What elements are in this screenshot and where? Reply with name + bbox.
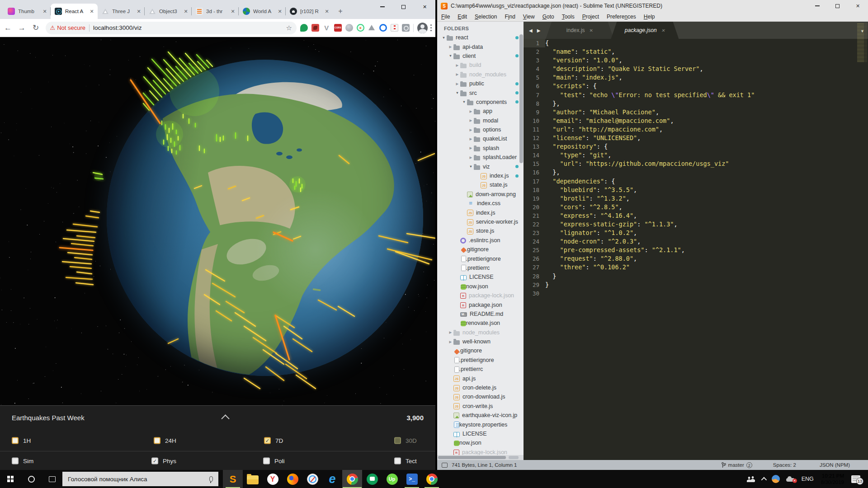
checkbox-tect[interactable] xyxy=(394,457,401,464)
taskbar-app-upwork[interactable]: Up xyxy=(382,470,402,488)
tab-close-icon[interactable]: ✕ xyxy=(136,8,142,14)
collapse-arrow-icon[interactable]: ▶ xyxy=(468,109,474,113)
browser-tab-world-a[interactable]: World A✕ xyxy=(239,4,286,19)
browser-tab-thumb[interactable]: Thumb✕ xyxy=(4,4,51,19)
menu-tools[interactable]: Tools xyxy=(562,14,575,20)
taskbar-clock[interactable]: 10:21 PM 8/30/2019 xyxy=(817,473,848,485)
editor-tab-index-js[interactable]: index.js✕ xyxy=(546,22,613,39)
checkbox-7d[interactable]: ✓ xyxy=(264,437,271,444)
earthquake-globe-viewport[interactable] xyxy=(0,37,435,405)
tree-item-index-js[interactable]: JSindex.js xyxy=(437,171,524,180)
collapse-arrow-icon[interactable]: ▶ xyxy=(448,330,453,334)
tree-item-readme-md[interactable]: M↓README.md xyxy=(437,310,524,319)
collapse-arrow-icon[interactable]: ▶ xyxy=(454,72,460,76)
tree-item--eslintrc-json[interactable]: .eslintrc.json xyxy=(437,236,524,245)
tree-item-index-css[interactable]: ≡index.css xyxy=(437,199,524,208)
tab-scroll-left-icon[interactable]: ◀ xyxy=(529,28,533,33)
extension-cors-icon[interactable]: CORS xyxy=(334,24,342,32)
tree-item-package-json[interactable]: npackage.json xyxy=(437,300,524,309)
checkbox-30d[interactable] xyxy=(394,437,401,444)
tree-item-quakelist[interactable]: ▶quakeList xyxy=(437,134,524,143)
code-editor-area[interactable]: 1{2 "name": "static",3 "version": "1.0.0… xyxy=(524,39,868,460)
taskbar-search-input[interactable]: Голосовой помощник Алиса xyxy=(62,472,218,486)
microphone-icon[interactable] xyxy=(209,476,213,482)
tree-item-well-known[interactable]: ▶well-known xyxy=(437,337,524,346)
tree-item-state-js[interactable]: JSstate.js xyxy=(437,180,524,189)
taskbar-app-chrome2[interactable] xyxy=(422,470,442,488)
tree-item-node-modules[interactable]: ▶node_modules xyxy=(437,70,524,79)
tree-item-splashloader[interactable]: ▶splashLoader xyxy=(437,153,524,162)
minimap[interactable] xyxy=(857,23,867,62)
url-text[interactable]: localhost:3000/viz xyxy=(93,24,283,31)
checkbox-phys[interactable]: ✓ xyxy=(151,457,158,464)
sublime-minimize-button[interactable] xyxy=(807,0,827,12)
extension-lighthouse-icon[interactable] xyxy=(391,24,398,32)
tree-item-node-modules[interactable]: ▶node_modules xyxy=(437,328,524,337)
language-indicator[interactable]: ENG xyxy=(798,470,817,488)
collapse-arrow-icon[interactable]: ▶ xyxy=(468,155,474,160)
tree-item-index-js[interactable]: JSindex.js xyxy=(437,208,524,217)
tree-item-api-data[interactable]: ▶api-data xyxy=(437,42,524,51)
collapse-arrow-icon[interactable]: ▶ xyxy=(468,128,474,132)
onedrive-tray-button[interactable] xyxy=(769,470,783,488)
tree-item--gitignore[interactable]: .gitignore xyxy=(437,346,524,355)
browser-menu-button[interactable] xyxy=(430,24,432,31)
collapse-arrow-icon[interactable]: ▶ xyxy=(454,82,460,86)
tree-item-package-lock-json[interactable]: npackage-lock.json xyxy=(437,291,524,300)
expand-arrow-icon[interactable]: ▼ xyxy=(454,91,460,95)
sublime-close-button[interactable]: ✕ xyxy=(848,0,868,12)
browser-tab--r102-r[interactable]: [r102] R✕ xyxy=(286,4,333,19)
collapse-arrow-icon[interactable]: ▶ xyxy=(468,146,474,150)
menu-edit[interactable]: Edit xyxy=(458,14,467,20)
sublime-maximize-button[interactable] xyxy=(827,0,848,12)
collapse-chevron-icon[interactable] xyxy=(221,414,229,422)
collapse-arrow-icon[interactable]: ▶ xyxy=(468,118,474,122)
menu-project[interactable]: Project xyxy=(582,14,599,20)
tab-close-icon[interactable]: ✕ xyxy=(277,8,283,14)
menu-find[interactable]: Find xyxy=(505,14,515,20)
browser-tab-react-a[interactable]: React A✕ xyxy=(51,4,98,19)
taskbar-app-explorer[interactable] xyxy=(243,470,263,488)
collapse-arrow-icon[interactable]: ▶ xyxy=(448,45,453,49)
tree-item-keystore-properties[interactable]: keystore.properties xyxy=(437,420,524,429)
taskbar-app-yandex[interactable]: Y xyxy=(263,470,283,488)
sidebar-vertical-scrollbar[interactable] xyxy=(519,34,523,163)
tree-item-react[interactable]: ▼react xyxy=(437,33,524,42)
menu-help[interactable]: Help xyxy=(644,14,655,20)
status-panel-icon[interactable] xyxy=(442,463,448,468)
tree-item--gitignore[interactable]: .gitignore xyxy=(437,245,524,254)
tree-item-cron-write-js[interactable]: JScron-write.js xyxy=(437,402,524,411)
tree-item-splash[interactable]: ▶splash xyxy=(437,144,524,153)
start-button[interactable] xyxy=(0,470,21,488)
tree-item-viz[interactable]: ▼viz xyxy=(437,162,524,171)
menu-selection[interactable]: Selection xyxy=(475,14,497,20)
taskbar-app-safari[interactable] xyxy=(302,470,322,488)
menu-file[interactable]: File xyxy=(441,14,450,20)
tree-item-renovate-json[interactable]: renovate.json xyxy=(437,319,524,328)
menu-view[interactable]: View xyxy=(523,14,535,20)
taskbar-app-hangouts[interactable] xyxy=(362,470,382,488)
tab-close-icon[interactable]: ✕ xyxy=(324,8,330,14)
profile-avatar[interactable] xyxy=(417,23,428,33)
maximize-button[interactable] xyxy=(393,0,414,14)
tree-item-license[interactable]: LICENSE xyxy=(437,272,524,282)
task-view-button[interactable] xyxy=(42,470,62,488)
tree-item-src[interactable]: ▼src xyxy=(437,88,524,97)
bookmark-star-icon[interactable]: ☆ xyxy=(286,24,292,32)
taskbar-app-firefox[interactable] xyxy=(283,470,302,488)
checkbox-1h[interactable] xyxy=(12,437,19,444)
browser-tab-three-j[interactable]: Three J✕ xyxy=(98,4,145,19)
forward-button[interactable]: → xyxy=(16,22,28,34)
tree-item--prettierrc[interactable]: .prettierrc xyxy=(437,263,524,272)
tree-item-down-arrow-png[interactable]: down-arrow.png xyxy=(437,190,524,199)
extension-drive-icon[interactable] xyxy=(368,24,376,32)
new-tab-button[interactable]: + xyxy=(335,5,346,17)
menu-preferences[interactable]: Preferences xyxy=(607,14,636,20)
extension-globe-icon[interactable] xyxy=(345,24,353,32)
taskbar-app-sublime[interactable]: S xyxy=(223,470,243,488)
taskbar-app-powershell[interactable]: >_ xyxy=(402,470,422,488)
tab-close-icon[interactable]: ✕ xyxy=(42,8,48,14)
people-button[interactable] xyxy=(744,470,758,488)
indentation-status[interactable]: Spaces: 2 xyxy=(773,462,796,468)
tree-item-service-worker-js[interactable]: JSservice-worker.js xyxy=(437,217,524,226)
